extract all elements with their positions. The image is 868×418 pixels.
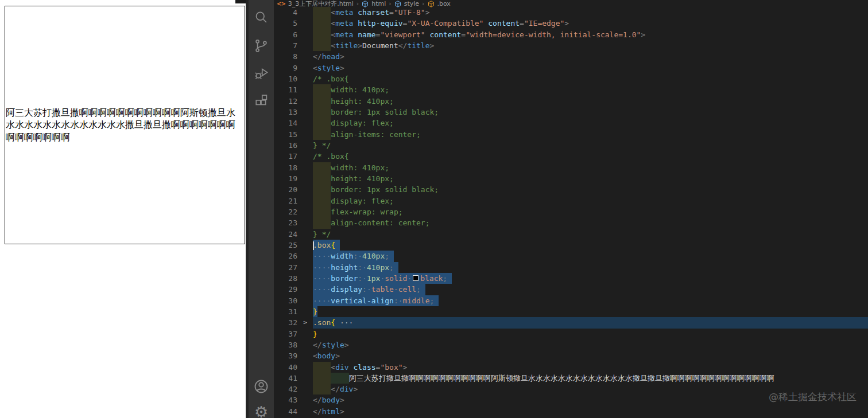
search-icon[interactable] xyxy=(249,9,274,25)
code-line[interactable]: 39<body> xyxy=(274,350,868,361)
code-text[interactable]: border: 1px solid black; xyxy=(313,184,868,195)
code-text[interactable]: </head> xyxy=(313,51,868,62)
code-line[interactable]: 7 <title>Document</title> xyxy=(274,40,868,51)
code-line[interactable]: 32>.son{ ··· xyxy=(274,317,868,328)
code-line[interactable]: 40 <div class="box"> xyxy=(274,362,868,373)
settings-gear-icon[interactable]: ⚙ xyxy=(249,404,274,418)
line-number[interactable]: 41 xyxy=(274,373,297,384)
code-line[interactable]: 37} xyxy=(274,329,868,339)
source-control-icon[interactable] xyxy=(249,38,274,54)
code-text[interactable]: border: 1px solid black; xyxy=(313,107,868,118)
line-number[interactable]: 29 xyxy=(274,284,297,295)
line-number[interactable]: 24 xyxy=(274,229,297,240)
code-line[interactable]: 13 border: 1px solid black; xyxy=(274,107,868,118)
line-number[interactable]: 43 xyxy=(274,394,297,405)
code-text[interactable]: ····vertical-align:·middle; xyxy=(313,295,868,306)
line-number[interactable]: 32 xyxy=(274,317,297,328)
code-text[interactable]: ····width:·410px; xyxy=(313,251,868,261)
code-line[interactable]: 28····border:·1px·solid·black; xyxy=(274,273,868,284)
code-text[interactable]: width: 410px; xyxy=(313,84,868,95)
fold-chevron-icon[interactable]: > xyxy=(297,317,313,328)
line-number[interactable]: 31 xyxy=(274,306,297,317)
line-number[interactable]: 19 xyxy=(274,173,297,184)
code-text[interactable]: <meta http-equiv="X-UA-Compatible" conte… xyxy=(313,18,868,29)
code-text[interactable]: <body> xyxy=(313,350,868,361)
code-line[interactable]: 19 height: 410px; xyxy=(274,173,868,184)
css-color-swatch[interactable] xyxy=(413,275,418,281)
line-number[interactable]: 7 xyxy=(274,40,297,51)
code-text[interactable]: align-content: center; xyxy=(313,217,868,228)
code-line[interactable]: 16} */ xyxy=(274,140,868,151)
line-number[interactable]: 5 xyxy=(274,18,297,29)
code-line[interactable]: 15 align-items: center; xyxy=(274,129,868,140)
code-text[interactable]: /* .box{ xyxy=(313,151,868,162)
line-number[interactable]: 18 xyxy=(274,162,297,173)
code-text[interactable]: <meta name="viewport" content="width=dev… xyxy=(313,29,868,40)
code-line[interactable]: 9<style> xyxy=(274,62,868,73)
line-number[interactable]: 11 xyxy=(274,84,297,95)
code-text[interactable]: ····height:·410px; xyxy=(313,262,868,273)
code-text[interactable]: </html> xyxy=(313,406,868,417)
line-number[interactable]: 17 xyxy=(274,151,297,162)
code-line[interactable]: 24} */ xyxy=(274,229,868,240)
code-text[interactable]: } */ xyxy=(313,140,868,151)
line-number[interactable]: 6 xyxy=(274,29,297,40)
code-line[interactable]: 12 height: 410px; xyxy=(274,96,868,107)
code-text[interactable]: display: flex; xyxy=(313,118,868,128)
code-text[interactable]: <meta charset="UTF-8"> xyxy=(313,7,868,18)
code-text[interactable]: .son{ ··· xyxy=(313,317,868,328)
line-number[interactable]: 20 xyxy=(274,184,297,195)
code-line[interactable]: 8</head> xyxy=(274,51,868,62)
line-number[interactable]: 28 xyxy=(274,273,297,284)
code-text[interactable]: display: flex; xyxy=(313,196,868,206)
line-number[interactable]: 13 xyxy=(274,107,297,118)
code-text[interactable]: ····display:·table-cell; xyxy=(313,284,868,295)
code-text[interactable]: <div class="box"> xyxy=(313,362,868,373)
code-line[interactable]: 5 <meta http-equiv="X-UA-Compatible" con… xyxy=(274,18,868,29)
line-number[interactable]: 23 xyxy=(274,217,297,228)
code-text[interactable]: 阿三大苏打撒旦撒啊啊啊啊啊啊啊啊啊啊啊阿斯顿撒旦水水水水水水水水水水水水水水撒旦… xyxy=(313,373,868,384)
line-number[interactable]: 38 xyxy=(274,339,297,350)
code-text[interactable]: .box{ xyxy=(313,240,868,251)
line-number[interactable]: 22 xyxy=(274,206,297,217)
extensions-icon[interactable] xyxy=(249,93,274,109)
code-text[interactable]: <style> xyxy=(313,62,868,73)
line-number[interactable]: 21 xyxy=(274,196,297,206)
line-number[interactable]: 39 xyxy=(274,350,297,361)
code-text[interactable]: align-items: center; xyxy=(313,129,868,140)
code-text[interactable]: } */ xyxy=(313,229,868,240)
line-number[interactable]: 12 xyxy=(274,96,297,107)
code-line[interactable]: 27····height:·410px; xyxy=(274,262,868,273)
code-line[interactable]: 25.box{ xyxy=(274,240,868,251)
line-number[interactable]: 27 xyxy=(274,262,297,273)
code-text[interactable]: } xyxy=(313,306,868,317)
line-number[interactable]: 26 xyxy=(274,251,297,261)
line-number[interactable]: 8 xyxy=(274,51,297,62)
code-line[interactable]: 41 阿三大苏打撒旦撒啊啊啊啊啊啊啊啊啊啊啊阿斯顿撒旦水水水水水水水水水水水水水… xyxy=(274,373,868,384)
code-line[interactable]: 18 width: 410px; xyxy=(274,162,868,173)
code-line[interactable]: 6 <meta name="viewport" content="width=d… xyxy=(274,29,868,40)
line-number[interactable]: 10 xyxy=(274,73,297,84)
code-text[interactable]: } xyxy=(313,329,868,339)
code-text[interactable]: height: 410px; xyxy=(313,96,868,107)
code-line[interactable]: 14 display: flex; xyxy=(274,118,868,128)
code-text[interactable]: width: 410px; xyxy=(313,162,868,173)
code-line[interactable]: 4 <meta charset="UTF-8"> xyxy=(274,7,868,18)
line-number[interactable]: 25 xyxy=(274,240,297,251)
code-text[interactable]: ····border:·1px·solid·black; xyxy=(313,273,868,284)
code-text[interactable]: </style> xyxy=(313,339,868,350)
code-line[interactable]: 20 border: 1px solid black; xyxy=(274,184,868,195)
code-line[interactable]: 23 align-content: center; xyxy=(274,217,868,228)
code-line[interactable]: 30····vertical-align:·middle; xyxy=(274,295,868,306)
code-text[interactable]: /* .box{ xyxy=(313,73,868,84)
code-line[interactable]: 26····width:·410px; xyxy=(274,251,868,261)
code-line[interactable]: 29····display:·table-cell; xyxy=(274,284,868,295)
line-number[interactable]: 14 xyxy=(274,118,297,128)
code-line[interactable]: 10/* .box{ xyxy=(274,73,868,84)
line-number[interactable]: 4 xyxy=(274,7,297,18)
line-number[interactable]: 37 xyxy=(274,329,297,339)
code-line[interactable]: 17/* .box{ xyxy=(274,151,868,162)
line-number[interactable]: 44 xyxy=(274,406,297,417)
line-number[interactable]: 15 xyxy=(274,129,297,140)
code-text[interactable]: <title>Document</title> xyxy=(313,40,868,51)
